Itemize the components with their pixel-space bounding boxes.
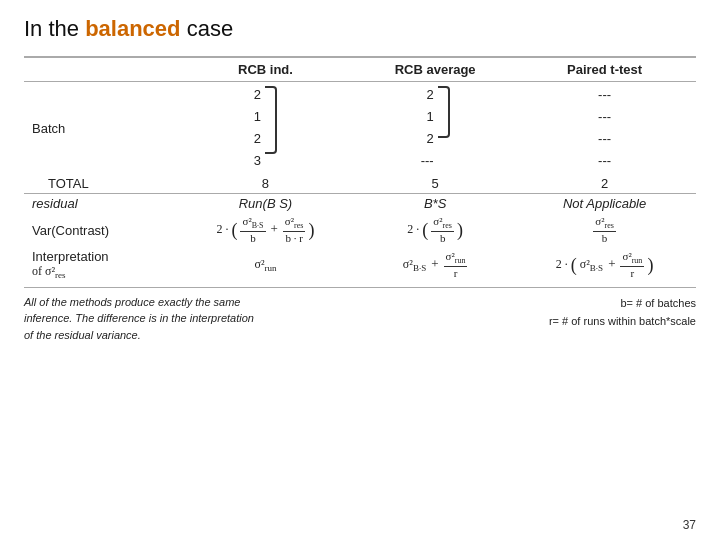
main-table: RCB ind. RCB average Paired t-test Batch… xyxy=(24,56,696,283)
page-number: 37 xyxy=(683,518,696,532)
interp-label: Interpretation of σ²res xyxy=(24,247,174,282)
col-header-paired: Paired t-test xyxy=(513,57,696,82)
bottom-section: All of the methods produce exactly the s… xyxy=(24,294,696,344)
cell-paired-batch: --- --- --- --- xyxy=(513,82,696,175)
var-formula-rcb-avg: 2 · ( σ²res b ) xyxy=(357,213,513,247)
var-formula-rcb-ind: 2 · ( σ²B·S b + σ²res b · r ) xyxy=(174,213,357,247)
table-row-total: TOTAL 8 5 2 xyxy=(24,174,696,194)
cell-rcb-avg-total: 5 xyxy=(357,174,513,194)
interp-formula-paired: 2 · ( σ²B·S + σ²run r ) xyxy=(513,247,696,282)
residual-rcb-avg: B*S xyxy=(357,194,513,214)
interp-formula-rcb-ind: σ²run xyxy=(174,247,357,282)
interp-formula-rcb-avg: σ²B·S + σ²run r xyxy=(357,247,513,282)
cell-paired-total: 2 xyxy=(513,174,696,194)
residual-row: residual Run(B S) B*S Not Applicable xyxy=(24,194,696,214)
col-header-label xyxy=(24,57,174,82)
bottom-right-text: b= # of batches r= # of runs within batc… xyxy=(549,294,696,331)
var-formula-paired: σ²res b xyxy=(513,213,696,247)
residual-rcb-ind: Run(B S) xyxy=(174,194,357,214)
row-label-batch: Batch xyxy=(24,82,174,175)
page-container: In the balanced case RCB ind. RCB averag… xyxy=(0,0,720,353)
bottom-left-text: All of the methods produce exactly the s… xyxy=(24,294,254,344)
cell-rcb-ind-batch: 2 1 2 3 xyxy=(174,82,357,175)
cell-rcb-avg-batch: 2 1 2 --- xyxy=(357,82,513,175)
var-contrast-row: Var(Contrast) 2 · ( σ²B·S b + σ²res b · xyxy=(24,213,696,247)
col-header-rcb-avg: RCB average xyxy=(357,57,513,82)
cell-rcb-ind-total: 8 xyxy=(174,174,357,194)
residual-label: residual xyxy=(24,194,174,214)
col-header-rcb-ind: RCB ind. xyxy=(174,57,357,82)
interpretation-row: Interpretation of σ²res σ²run σ²B·S + σ² xyxy=(24,247,696,282)
row-label-total: TOTAL xyxy=(24,174,174,194)
residual-paired: Not Applicable xyxy=(513,194,696,214)
var-contrast-label: Var(Contrast) xyxy=(24,213,174,247)
table-header-row: RCB ind. RCB average Paired t-test xyxy=(24,57,696,82)
table-row: Batch 2 1 2 3 2 xyxy=(24,82,696,175)
page-title: In the balanced case xyxy=(24,16,696,42)
bottom-divider xyxy=(24,287,696,288)
